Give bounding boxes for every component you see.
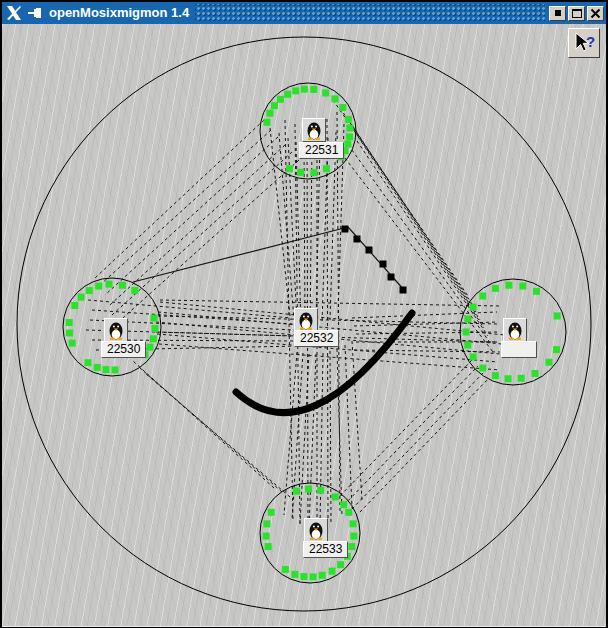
migration-link-line <box>354 350 500 352</box>
process-square[interactable] <box>479 365 486 372</box>
process-square[interactable] <box>94 364 101 371</box>
process-square[interactable] <box>464 316 471 323</box>
migration-link-line <box>309 354 316 527</box>
process-square[interactable] <box>319 572 326 579</box>
process-square[interactable] <box>350 533 357 540</box>
process-square[interactable] <box>265 543 272 550</box>
process-square[interactable] <box>277 96 284 103</box>
process-square[interactable] <box>263 119 270 126</box>
process-square[interactable] <box>310 169 317 176</box>
help-button[interactable]: ? <box>568 28 600 58</box>
node-icon-box-22532[interactable] <box>294 308 318 332</box>
process-square[interactable] <box>344 140 351 147</box>
process-square[interactable] <box>150 335 157 342</box>
process-square[interactable] <box>305 486 312 493</box>
process-square[interactable] <box>119 282 126 289</box>
process-square[interactable] <box>66 319 73 326</box>
node-icon-box-blank[interactable] <box>503 318 527 342</box>
process-square[interactable] <box>492 372 499 379</box>
process-square[interactable] <box>323 165 330 172</box>
process-square[interactable] <box>519 283 526 290</box>
node-icon-box-22530[interactable] <box>104 318 128 342</box>
process-square[interactable] <box>301 86 308 93</box>
process-square[interactable] <box>492 285 499 292</box>
process-square[interactable] <box>71 302 78 309</box>
migrating-process-square[interactable] <box>388 274 395 281</box>
process-square[interactable] <box>292 87 299 94</box>
maximize-button[interactable] <box>568 6 585 21</box>
node-label: 22533 <box>303 541 348 558</box>
process-square[interactable] <box>553 346 560 353</box>
process-square[interactable] <box>284 91 291 98</box>
migrating-process-square[interactable] <box>342 226 349 233</box>
process-square[interactable] <box>271 102 278 109</box>
process-square[interactable] <box>268 509 275 516</box>
process-square[interactable] <box>532 370 539 377</box>
process-square[interactable] <box>346 125 353 132</box>
process-square[interactable] <box>350 520 357 527</box>
process-square[interactable] <box>546 359 553 366</box>
process-square[interactable] <box>518 375 525 382</box>
process-square[interactable] <box>331 95 338 102</box>
app-window: openMosixmigmon 1.4 ? 2253122530225 <box>0 0 608 628</box>
process-square[interactable] <box>339 104 346 111</box>
migrating-process-square[interactable] <box>354 236 361 243</box>
pushpin-icon[interactable] <box>26 4 44 22</box>
migrating-process-square[interactable] <box>380 261 387 268</box>
migrating-process-square[interactable] <box>366 247 373 254</box>
process-square[interactable] <box>505 375 512 382</box>
process-square[interactable] <box>348 543 355 550</box>
process-square[interactable] <box>282 566 289 573</box>
process-square[interactable] <box>151 325 158 332</box>
process-square[interactable] <box>329 568 336 575</box>
node-icon-box-22533[interactable] <box>304 518 328 542</box>
process-square[interactable] <box>345 509 352 516</box>
process-square[interactable] <box>111 366 118 373</box>
process-square[interactable] <box>470 304 477 311</box>
process-square[interactable] <box>106 281 113 288</box>
process-square[interactable] <box>266 110 273 117</box>
process-square[interactable] <box>337 561 344 568</box>
process-square[interactable] <box>463 329 470 336</box>
content-area[interactable]: ? 22531225302253222533 <box>2 24 606 627</box>
process-square[interactable] <box>263 533 270 540</box>
x-logo-icon[interactable] <box>5 4 23 22</box>
process-square[interactable] <box>78 294 85 301</box>
process-square[interactable] <box>310 573 317 580</box>
process-square[interactable] <box>470 353 477 360</box>
process-square[interactable] <box>310 86 317 93</box>
process-square[interactable] <box>263 520 270 527</box>
process-square[interactable] <box>146 344 153 351</box>
process-square[interactable] <box>86 287 93 294</box>
process-square[interactable] <box>131 287 138 294</box>
process-square[interactable] <box>317 487 324 494</box>
process-square[interactable] <box>293 488 300 495</box>
process-square[interactable] <box>332 493 339 500</box>
process-square[interactable] <box>554 312 561 319</box>
iconify-button[interactable] <box>549 6 566 21</box>
process-square[interactable] <box>151 315 158 322</box>
process-square[interactable] <box>505 282 512 289</box>
migration-link-line <box>337 112 340 514</box>
process-square[interactable] <box>69 340 76 347</box>
process-square[interactable] <box>300 573 307 580</box>
process-square[interactable] <box>533 288 540 295</box>
process-square[interactable] <box>322 89 329 96</box>
process-square[interactable] <box>66 329 73 336</box>
process-square[interactable] <box>286 165 293 172</box>
migration-link-line <box>344 366 478 505</box>
process-square[interactable] <box>297 169 304 176</box>
process-square[interactable] <box>464 341 471 348</box>
process-square[interactable] <box>84 359 91 366</box>
node-icon-box-22531[interactable] <box>302 118 326 142</box>
close-button[interactable] <box>587 6 604 21</box>
process-square[interactable] <box>103 366 110 373</box>
process-square[interactable] <box>95 283 102 290</box>
migrating-process-square[interactable] <box>400 287 407 294</box>
process-square[interactable] <box>340 501 347 508</box>
process-square[interactable] <box>345 116 352 123</box>
process-square[interactable] <box>346 133 353 140</box>
titlebar[interactable]: openMosixmigmon 1.4 <box>2 2 606 24</box>
process-square[interactable] <box>479 292 486 299</box>
process-square[interactable] <box>291 571 298 578</box>
